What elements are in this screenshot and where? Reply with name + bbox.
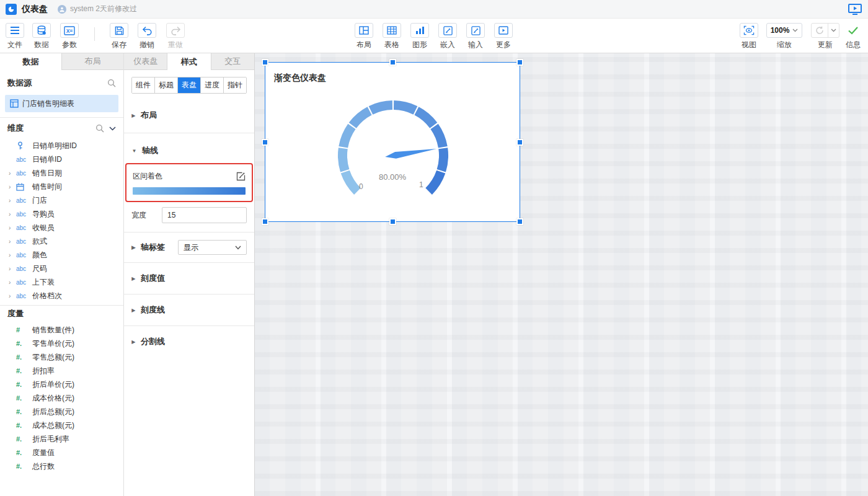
datasource-item[interactable]: 门店销售明细表 <box>5 95 118 112</box>
measure-row[interactable]: #销售数量(件) <box>0 323 123 337</box>
gauge-value-label: 80.00% <box>265 172 520 182</box>
tab-interaction[interactable]: 交互 <box>211 53 254 70</box>
measure-row[interactable]: #.折后毛利率 <box>0 432 123 446</box>
table-widget-button[interactable]: 表格 <box>378 23 405 50</box>
input-widget-button[interactable]: 输入 <box>462 23 489 50</box>
width-label: 宽度 <box>131 210 162 221</box>
subtab-progress[interactable]: 进度 <box>201 78 224 93</box>
redo-button[interactable]: 重做 <box>162 23 189 50</box>
measure-row[interactable]: #.总行数 <box>0 459 123 473</box>
title-bar: 仪表盘 system 2天前修改过 <box>0 0 868 19</box>
expand-chevron-icon[interactable]: › <box>9 279 16 286</box>
resize-handle-e[interactable] <box>516 139 523 146</box>
expand-chevron-icon[interactable]: › <box>9 252 16 259</box>
edit-icon[interactable] <box>236 172 246 181</box>
measure-row[interactable]: #.折扣率 <box>0 364 123 378</box>
width-input[interactable] <box>162 207 247 223</box>
dimension-row[interactable]: ›abc门店 <box>0 193 123 207</box>
style-panel: 仪表盘 样式 交互 组件 标题 表盘 进度 指针 ▶ 布局 ▼ 轴线 <box>124 53 255 496</box>
number-icon: #. <box>16 367 31 374</box>
chevron-down-icon <box>792 29 798 32</box>
expand-chevron-icon[interactable]: › <box>9 238 16 245</box>
preview-button[interactable] <box>848 4 862 15</box>
interval-gradient-bar[interactable] <box>133 187 246 195</box>
expand-chevron-icon[interactable]: › <box>9 265 16 272</box>
dimension-row[interactable]: ›abc销售日期 <box>0 166 123 180</box>
axis-label-section[interactable]: ▶ 轴标签 <box>131 242 178 253</box>
dimension-row[interactable]: abc日销单ID <box>0 153 123 166</box>
gauge-widget[interactable]: 渐变色仪表盘 80.00% 0 1 <box>265 62 520 222</box>
search-icon[interactable] <box>107 79 116 87</box>
dashboard-canvas[interactable]: 渐变色仪表盘 80.00% 0 1 <box>255 53 868 496</box>
measure-row[interactable]: #.零售总额(元) <box>0 350 123 364</box>
resize-handle-w[interactable] <box>262 139 268 146</box>
search-icon[interactable] <box>95 124 104 133</box>
measure-row[interactable]: #.折后单价(元) <box>0 378 123 391</box>
resize-handle-nw[interactable] <box>262 59 268 66</box>
tab-layout[interactable]: 布局 <box>62 53 123 70</box>
layout-widget-button[interactable]: 布局 <box>350 23 378 50</box>
data-button[interactable]: 数据 <box>28 23 55 50</box>
section-split-line[interactable]: ▶ 分割线 <box>124 335 254 348</box>
subtab-dial[interactable]: 表盘 <box>178 78 201 93</box>
expand-chevron-icon[interactable]: › <box>9 224 16 231</box>
measure-row[interactable]: #.零售单价(元) <box>0 337 123 350</box>
section-scale-line[interactable]: ▶ 刻度线 <box>124 304 254 316</box>
measure-row[interactable]: #.度量值 <box>0 446 123 459</box>
measure-row[interactable]: #.折后总额(元) <box>0 405 123 418</box>
dimension-row[interactable]: ›abc尺码 <box>0 262 123 275</box>
expand-chevron-icon[interactable]: › <box>9 197 16 204</box>
more-widget-button[interactable]: 更多 <box>490 23 517 50</box>
save-button[interactable]: 保存 <box>105 23 133 50</box>
info-button[interactable]: 信息 <box>839 23 867 50</box>
file-button[interactable]: 文件 <box>1 23 29 50</box>
chevron-down-icon[interactable] <box>109 126 116 131</box>
dimension-row[interactable]: ›abc款式 <box>0 234 123 248</box>
update-dropdown-chevron-icon[interactable] <box>828 24 839 37</box>
subtab-component[interactable]: 组件 <box>132 78 155 93</box>
collapse-right-icon: ▶ <box>131 113 135 118</box>
subtab-title[interactable]: 标题 <box>155 78 178 93</box>
chart-widget-button[interactable]: 图形 <box>406 23 433 50</box>
resize-handle-se[interactable] <box>516 218 523 225</box>
section-layout[interactable]: ▶ 布局 <box>124 109 254 122</box>
dimensions-header: 维度 <box>0 119 123 138</box>
parameter-button[interactable]: X= 参数 <box>56 23 83 50</box>
measure-row[interactable]: #.成本总额(元) <box>0 418 123 432</box>
tab-data[interactable]: 数据 <box>0 53 62 70</box>
resize-handle-n[interactable] <box>389 59 396 66</box>
measure-row[interactable]: #.成本价格(元) <box>0 391 123 405</box>
number-icon: #. <box>16 394 31 402</box>
toolbar-divider <box>94 27 95 41</box>
expand-chevron-icon[interactable]: › <box>9 293 16 299</box>
zoom-control[interactable]: 100% 缩放 <box>764 23 805 50</box>
expand-chevron-icon[interactable]: › <box>9 170 16 177</box>
input-icon <box>466 23 485 38</box>
dimension-row[interactable]: ›abc上下装 <box>0 275 123 289</box>
abc-icon: abc <box>16 156 31 163</box>
expand-chevron-icon[interactable]: › <box>9 211 16 218</box>
dimension-row[interactable]: 日销单明细ID <box>0 139 123 153</box>
subtab-pointer[interactable]: 指针 <box>224 78 246 93</box>
section-axis[interactable]: ▼ 轴线 <box>124 144 254 157</box>
resize-handle-s[interactable] <box>389 218 396 225</box>
axis-label-select[interactable]: 显示 <box>178 240 247 255</box>
embed-widget-button[interactable]: 嵌入 <box>434 23 461 50</box>
section-scale-value[interactable]: ▶ 刻度值 <box>124 272 254 285</box>
tab-style[interactable]: 样式 <box>167 53 211 70</box>
view-button[interactable]: 视图 <box>735 23 763 50</box>
update-button[interactable]: 更新 <box>808 23 843 50</box>
tab-dashboard[interactable]: 仪表盘 <box>124 53 167 70</box>
resize-handle-sw[interactable] <box>262 218 268 225</box>
table-icon <box>383 23 401 38</box>
dimension-row[interactable]: ›abc导购员 <box>0 207 123 221</box>
dimension-row[interactable]: ›abc颜色 <box>0 248 123 262</box>
resize-handle-ne[interactable] <box>516 59 523 66</box>
undo-button[interactable]: 撤销 <box>133 23 161 50</box>
dimension-row[interactable]: ›abc收银员 <box>0 221 123 234</box>
undo-icon <box>138 23 156 38</box>
expand-chevron-icon[interactable]: › <box>9 184 16 190</box>
dimension-row[interactable]: ›abc价格档次 <box>0 289 123 303</box>
abc-icon: abc <box>16 279 31 286</box>
dimension-row[interactable]: ›销售时间 <box>0 180 123 193</box>
